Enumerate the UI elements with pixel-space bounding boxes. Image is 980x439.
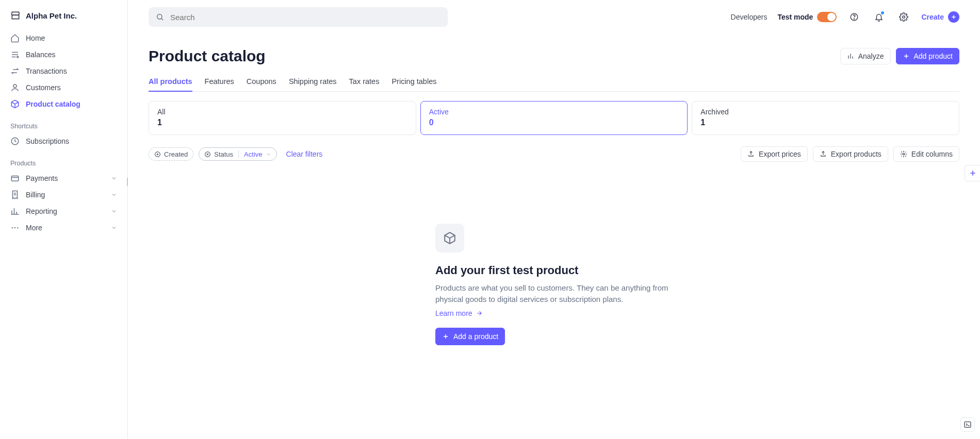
add-product-button[interactable]: Add product: [896, 48, 960, 64]
button-label: Export prices: [759, 150, 801, 158]
test-mode-toggle[interactable]: Test mode: [777, 12, 837, 22]
sidebar-item-label: Billing: [26, 191, 45, 199]
sidebar-item-label: Reporting: [26, 207, 57, 215]
stat-value: 1: [700, 118, 951, 127]
chevron-down-icon: [111, 208, 117, 214]
help-button[interactable]: [847, 10, 861, 24]
ellipsis-icon: [10, 223, 20, 232]
chevron-down-icon: [111, 225, 117, 231]
search-input[interactable]: [149, 7, 448, 27]
button-label: Add a product: [453, 332, 498, 341]
sidebar-item-transactions[interactable]: Transactions: [4, 63, 123, 79]
svg-point-9: [854, 19, 855, 19]
sidebar-item-label: Home: [26, 34, 45, 42]
svg-point-5: [14, 227, 15, 228]
sidebar-item-reporting[interactable]: Reporting: [4, 203, 123, 220]
terminal-icon: [963, 420, 972, 429]
package-icon: [435, 224, 464, 252]
svg-rect-3: [11, 176, 19, 181]
button-label: Export products: [831, 150, 881, 158]
filter-chip-status[interactable]: Status Active: [199, 147, 276, 161]
plus-icon: [442, 333, 449, 340]
filter-chip-created[interactable]: Created: [149, 147, 193, 161]
bar-chart-icon: [847, 53, 854, 60]
sidebar-item-label: Payments: [26, 174, 58, 182]
add-a-product-button[interactable]: Add a product: [435, 328, 505, 345]
developers-link[interactable]: Developers: [731, 13, 767, 21]
arrow-right-icon: [476, 310, 483, 317]
settings-button[interactable]: [896, 10, 911, 24]
export-products-button[interactable]: Export products: [813, 146, 888, 162]
x-circle-outline-icon: [204, 151, 211, 158]
stat-card-all[interactable]: All 1: [149, 101, 416, 135]
org-switcher[interactable]: Alpha Pet Inc.: [4, 6, 123, 30]
svg-point-7: [157, 14, 162, 19]
sidebar-section-shortcuts: Shortcuts: [4, 112, 123, 133]
empty-state: Add your first test product Products are…: [435, 224, 673, 345]
stat-card-active[interactable]: Active 0: [420, 101, 688, 135]
chevron-down-icon: [111, 192, 117, 198]
search-icon: [156, 13, 164, 21]
export-prices-button[interactable]: Export prices: [741, 146, 808, 162]
button-label: Edit columns: [911, 150, 953, 158]
plus-circle-icon: [948, 11, 959, 23]
sidebar-item-product-catalog[interactable]: Product catalog: [4, 96, 123, 112]
empty-body: Products are what you sell to customers.…: [435, 282, 673, 305]
sidebar-item-more[interactable]: More: [4, 220, 123, 236]
catalog-tabs: All products Features Coupons Shipping r…: [149, 72, 959, 92]
org-name: Alpha Pet Inc.: [26, 11, 77, 20]
balances-icon: [10, 50, 20, 59]
analyze-button[interactable]: Analyze: [840, 48, 891, 64]
tab-features[interactable]: Features: [205, 72, 234, 92]
svg-point-14: [903, 153, 905, 155]
search-field[interactable]: [169, 12, 440, 22]
bar-chart-icon: [10, 207, 20, 216]
learn-more-link[interactable]: Learn more: [435, 309, 483, 317]
chevron-down-icon: [266, 151, 271, 157]
sidebar-item-customers[interactable]: Customers: [4, 79, 123, 96]
floating-add-button[interactable]: [965, 165, 980, 181]
empty-title: Add your first test product: [435, 264, 673, 277]
toggle-switch-on-icon: [817, 12, 837, 22]
sidebar-item-home[interactable]: Home: [4, 30, 123, 46]
stat-value: 1: [157, 118, 407, 127]
plus-icon: [903, 53, 910, 60]
svg-point-1: [13, 85, 17, 88]
gear-icon: [899, 12, 908, 22]
clear-filters-link[interactable]: Clear filters: [286, 150, 323, 158]
tab-tax-rates[interactable]: Tax rates: [349, 72, 380, 92]
package-icon: [10, 99, 20, 109]
tab-all-products[interactable]: All products: [149, 72, 192, 92]
topbar: Developers Test mode Create: [149, 0, 959, 32]
sidebar-item-payments[interactable]: Payments: [4, 170, 123, 187]
edit-columns-button[interactable]: Edit columns: [893, 146, 959, 162]
plus-icon: [969, 169, 977, 177]
tab-coupons[interactable]: Coupons: [247, 72, 276, 92]
svg-point-0: [17, 56, 19, 58]
sidebar-item-billing[interactable]: Billing: [4, 187, 123, 203]
floating-terminal-button[interactable]: [960, 417, 975, 432]
tab-pricing-tables[interactable]: Pricing tables: [391, 72, 436, 92]
transfer-icon: [10, 66, 20, 76]
clock-icon: [10, 137, 20, 146]
sidebar-item-balances[interactable]: Balances: [4, 46, 123, 63]
export-icon: [820, 150, 827, 158]
stat-card-archived[interactable]: Archived 1: [692, 101, 959, 135]
main-content: Developers Test mode Create Product ca: [128, 0, 980, 439]
sidebar-item-label: Subscriptions: [26, 137, 69, 145]
receipt-icon: [10, 190, 20, 199]
chip-value: Active: [244, 150, 262, 158]
tab-shipping-rates[interactable]: Shipping rates: [289, 72, 337, 92]
svg-point-4: [12, 227, 13, 228]
svg-point-10: [903, 16, 905, 19]
notification-dot-icon: [881, 11, 884, 14]
sidebar-item-label: Product catalog: [26, 100, 80, 108]
notifications-button[interactable]: [872, 10, 886, 24]
create-button[interactable]: Create: [921, 11, 959, 23]
stat-label: All: [157, 108, 407, 116]
sidebar-item-label: Balances: [26, 50, 56, 59]
stat-label: Active: [429, 108, 679, 116]
sidebar-item-subscriptions[interactable]: Subscriptions: [4, 133, 123, 149]
button-label: Add product: [914, 52, 953, 60]
button-label: Analyze: [858, 52, 884, 60]
